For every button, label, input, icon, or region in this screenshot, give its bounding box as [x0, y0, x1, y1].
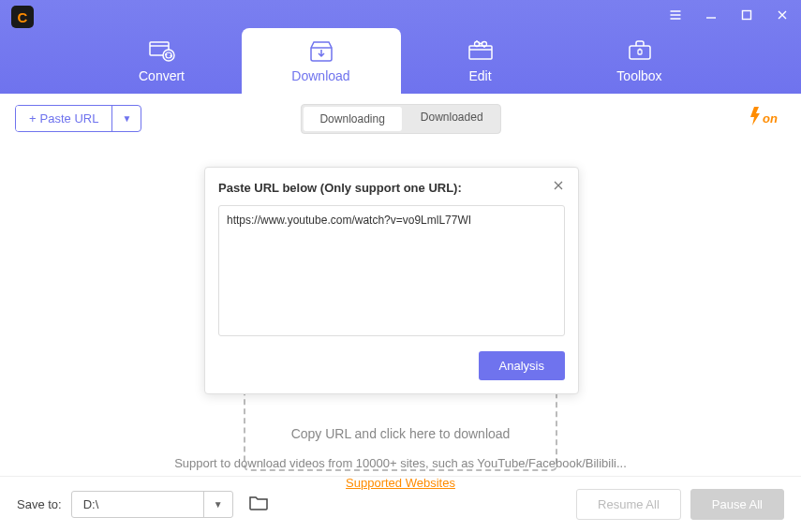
tab-convert[interactable]: Convert [82, 28, 242, 94]
resume-all-button[interactable]: Resume All [576, 489, 681, 520]
drop-zone-hint: Copy URL and click here to download [291, 426, 511, 441]
tab-download-label: Download [291, 68, 349, 83]
maximize-icon[interactable] [737, 6, 756, 24]
svg-point-2 [163, 50, 174, 61]
modal-body [205, 205, 578, 351]
tab-edit[interactable]: Edit [401, 28, 560, 94]
download-status-segment: Downloading Downloaded [300, 104, 500, 134]
paste-url-modal: Paste URL below (Only support one URL): … [204, 167, 579, 394]
minimize-icon[interactable] [702, 6, 720, 24]
app-icon: C [11, 6, 34, 28]
modal-title: Paste URL below (Only support one URL): [218, 181, 462, 195]
save-to-label: Save to: [17, 497, 62, 511]
header: C Convert Download [0, 0, 801, 94]
tab-toolbox-label: Toolbox [616, 68, 661, 83]
svg-rect-0 [743, 11, 751, 20]
main-tabs: Convert Download Edit Toolbox [0, 28, 801, 94]
save-path-dropdown[interactable]: ▼ [203, 492, 232, 517]
modal-header: Paste URL below (Only support one URL): [205, 168, 578, 205]
svg-rect-6 [630, 46, 650, 59]
seg-downloaded[interactable]: Downloaded [404, 105, 500, 133]
analysis-button[interactable]: Analysis [479, 351, 565, 380]
edit-icon [467, 38, 495, 63]
svg-rect-3 [469, 46, 492, 59]
svg-text:on: on [763, 111, 778, 126]
toolbar: + Paste URL ▼ Downloading Downloaded on [0, 94, 801, 143]
close-icon[interactable] [773, 6, 792, 24]
svg-rect-7 [638, 50, 642, 54]
menu-icon[interactable] [666, 6, 685, 24]
seg-downloading[interactable]: Downloading [303, 107, 401, 131]
accelerator-badge[interactable]: on [749, 105, 780, 132]
support-text: Support to download videos from 10000+ s… [0, 456, 801, 470]
modal-footer: Analysis [205, 351, 578, 393]
paste-url-label: Paste URL [40, 111, 99, 126]
convert-icon [148, 38, 176, 63]
tab-download[interactable]: Download [242, 28, 401, 94]
toolbox-icon [626, 38, 654, 63]
tab-toolbox[interactable]: Toolbox [560, 28, 719, 94]
pause-all-button[interactable]: Pause All [690, 489, 784, 520]
download-icon [307, 38, 335, 63]
save-path-value[interactable]: D:\ [72, 492, 203, 517]
plus-icon: + [29, 111, 37, 126]
footer: Save to: D:\ ▼ Resume All Pause All [0, 476, 801, 532]
url-input[interactable] [218, 205, 565, 336]
tab-edit-label: Edit [468, 68, 491, 83]
paste-url-button[interactable]: + Paste URL [16, 106, 111, 131]
save-path-select: D:\ ▼ [71, 491, 233, 518]
open-folder-icon[interactable] [248, 495, 269, 515]
modal-close-icon[interactable] [552, 179, 565, 196]
paste-url-dropdown[interactable]: ▼ [111, 106, 141, 131]
paste-url-group: + Paste URL ▼ [15, 105, 141, 132]
window-controls [666, 6, 792, 24]
tab-convert-label: Convert [139, 68, 185, 83]
